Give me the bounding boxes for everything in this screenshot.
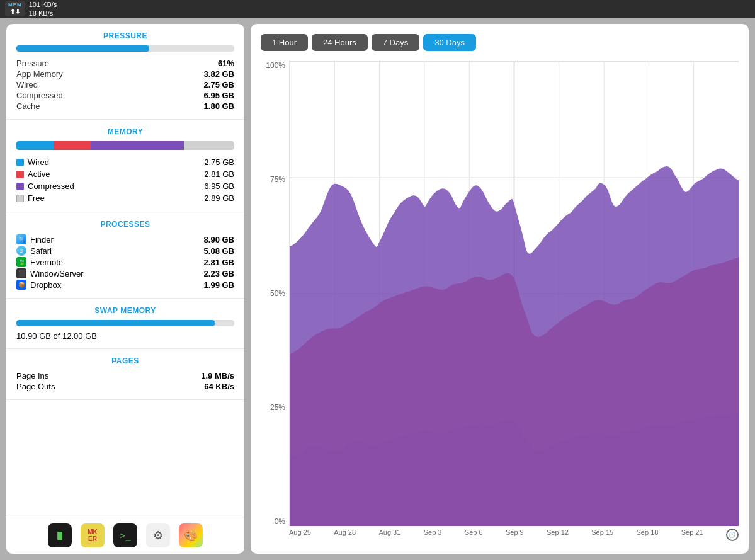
wired-dot [16, 159, 24, 166]
dropbox-value: 1.99 GB [204, 280, 234, 290]
mem-legend-free: Free 2.89 GB [16, 192, 234, 204]
pressure-value-1: 3.82 GB [204, 69, 234, 79]
pressure-value-2: 2.75 GB [204, 80, 234, 89]
activity-monitor-icon[interactable]: ▐▌ [48, 523, 72, 547]
tab-1hour[interactable]: 1 Hour [261, 34, 308, 51]
processes-title: PROCESSES [16, 220, 234, 229]
safari-label: Safari [30, 246, 52, 256]
pressure-row-1: App Memory 3.82 GB [16, 69, 234, 79]
swap-bar-container [16, 320, 234, 326]
y-0: 0% [275, 517, 285, 526]
swap-text: 10.90 GB of 12.00 GB [16, 331, 97, 341]
process-dropbox: 📦 Dropbox 1.99 GB [16, 279, 234, 290]
x-aug28: Aug 28 [334, 529, 356, 544]
download-speed: 18 KB/s [29, 9, 57, 18]
right-panel: 1 Hour 24 Hours 7 Days 30 Days 100% 75% … [251, 24, 749, 554]
chart-svg-container [289, 61, 739, 526]
page-ins-label: Page Ins [16, 371, 48, 380]
free-value: 2.89 GB [204, 193, 234, 203]
page-ins-row: Page Ins 1.9 MB/s [16, 370, 234, 381]
mem-legend-wired: Wired 2.75 GB [16, 156, 234, 168]
dropbox-icon: 📦 [16, 280, 26, 290]
wired-value: 2.75 GB [204, 157, 234, 167]
active-label: Active [28, 169, 50, 179]
finder-label: Finder [30, 235, 54, 244]
x-aug25: Aug 25 [289, 529, 311, 544]
page-ins-value: 1.9 MB/s [201, 371, 234, 380]
menu-bar: MEM ⬆⬇ 101 KB/s 18 KB/s [0, 0, 755, 18]
pages-title: PAGES [16, 357, 234, 365]
chart-svg [290, 62, 739, 526]
x-sep9: Sep 9 [506, 529, 524, 544]
pressure-bar-container [16, 45, 234, 52]
pressure-row-0: Pressure 61% [16, 58, 234, 69]
mem-speeds: 101 KB/s 18 KB/s [29, 0, 57, 18]
processes-section: PROCESSES 🔍 Finder 8.90 GB ⊕ Safari 5.08… [6, 212, 244, 299]
safari-icon: ⊕ [16, 246, 26, 256]
x-sep15: Sep 15 [591, 529, 613, 544]
swap-title: SWAP MEMORY [16, 306, 234, 315]
process-finder: 🔍 Finder 8.90 GB [16, 234, 234, 245]
pressure-value-3: 6.95 GB [204, 91, 234, 100]
free-dot [16, 195, 24, 202]
pressure-row-3: Compressed 6.95 GB [16, 90, 234, 101]
active-bar [54, 141, 91, 150]
safari-value: 5.08 GB [204, 246, 234, 256]
memory-title: MEMORY [16, 127, 234, 136]
dropbox-label: Dropbox [30, 280, 61, 290]
y-25: 25% [270, 403, 285, 412]
pressure-value-0: 61% [218, 59, 234, 68]
process-safari: ⊕ Safari 5.08 GB [16, 245, 234, 256]
tab-7days[interactable]: 7 Days [372, 34, 419, 51]
left-panel: PRESSURE Pressure 61% App Memory 3.82 GB… [6, 24, 244, 554]
process-windowserver: ⬛ WindowServer 2.23 GB [16, 268, 234, 279]
x-aug31: Aug 31 [378, 529, 400, 544]
page-outs-label: Page Outs [16, 382, 55, 391]
terminal-icon[interactable]: >_ [113, 523, 137, 547]
pressure-label-4: Cache [16, 101, 40, 111]
disk-diag-icon[interactable]: 🎨 [179, 523, 203, 547]
tab-24hours[interactable]: 24 Hours [312, 34, 368, 51]
y-100: 100% [266, 61, 285, 70]
compressed-value: 6.95 GB [204, 181, 234, 191]
compressed-dot [16, 183, 24, 190]
tab-30days[interactable]: 30 Days [423, 34, 476, 51]
pressure-title: PRESSURE [16, 31, 234, 40]
pressure-label-2: Wired [16, 80, 38, 89]
process-evernote: 🍃 Evernote 2.81 GB [16, 256, 234, 268]
pressure-value-4: 1.80 GB [204, 101, 234, 111]
memory-bar [16, 141, 234, 150]
finder-value: 8.90 GB [204, 235, 234, 244]
windowserver-label: WindowServer [30, 269, 84, 278]
pressure-row-2: Wired 2.75 GB [16, 79, 234, 90]
finder-icon: 🔍 [16, 234, 26, 244]
page-outs-value: 64 KB/s [204, 382, 234, 391]
page-outs-row: Page Outs 64 KB/s [16, 381, 234, 392]
x-sep6: Sep 6 [465, 529, 483, 544]
pressure-section: PRESSURE Pressure 61% App Memory 3.82 GB… [6, 24, 244, 120]
x-sep18: Sep 18 [637, 529, 659, 544]
chart-y-axis: 100% 75% 50% 25% 0% [261, 61, 289, 544]
pressure-row-4: Cache 1.80 GB [16, 101, 234, 111]
compressed-label: Compressed [28, 181, 74, 191]
pages-section: PAGES Page Ins 1.9 MB/s Page Outs 64 KB/… [6, 349, 244, 400]
clock-icon[interactable]: 🕐 [726, 529, 739, 541]
swap-bar-fill [16, 320, 215, 326]
mem-legend-compressed: Compressed 6.95 GB [16, 180, 234, 192]
y-50: 50% [270, 289, 285, 298]
chart-x-axis: Aug 25 Aug 28 Aug 31 Sep 3 Sep 6 Sep 9 S… [289, 526, 739, 544]
time-tabs: 1 Hour 24 Hours 7 Days 30 Days [261, 34, 739, 51]
pressure-label-0: Pressure [16, 59, 49, 68]
chart-wrapper: 100% 75% 50% 25% 0% [261, 61, 739, 544]
marker-icon[interactable]: MKER [81, 523, 105, 547]
compressed-bar [91, 141, 184, 150]
wired-bar [16, 141, 54, 150]
mem-icon: MEM ⬆⬇ [5, 1, 25, 16]
evernote-label: Evernote [30, 258, 63, 267]
y-75: 75% [270, 175, 285, 184]
active-dot [16, 171, 24, 178]
chart-area: Aug 25 Aug 28 Aug 31 Sep 3 Sep 6 Sep 9 S… [289, 61, 739, 544]
memory-section: MEMORY Wired 2.75 GB Active 2.81 GB [6, 120, 244, 212]
free-bar [184, 141, 234, 150]
system-info-icon[interactable]: ⚙ [146, 523, 170, 547]
